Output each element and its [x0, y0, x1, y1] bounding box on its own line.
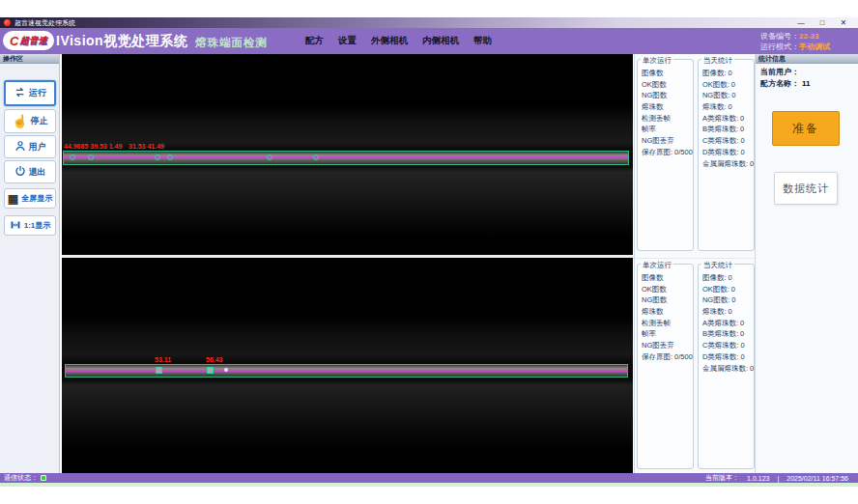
stat-row: NG图数:0	[702, 294, 754, 306]
user-icon	[14, 140, 26, 154]
exit-button-label: 退出	[29, 166, 46, 179]
run-mode-value: 手动调试	[799, 42, 830, 51]
brand-logo: C 超音速	[3, 31, 54, 50]
stat-row: NG图丢弃	[642, 135, 693, 147]
stat-row: 图像数	[642, 272, 693, 284]
stat-row: NG图丢弃	[642, 340, 693, 351]
window-titlebar: 超音速视觉处理系统 — □ ✕	[0, 17, 858, 28]
stat-row: 金属屑熔珠数:0	[702, 363, 754, 375]
detection-marker	[224, 368, 228, 372]
recipe-name-label: 配方名称：	[760, 79, 799, 88]
stat-row: 熔珠数	[642, 101, 693, 113]
fullscreen-button[interactable]: ▦ 全屏显示	[4, 188, 56, 209]
group-title: 当天统计	[701, 56, 734, 66]
stat-row: 保存原图:0/500	[642, 351, 693, 363]
one-to-one-button-label: 1:1显示	[24, 220, 51, 231]
brand-name: 超音速	[19, 35, 47, 47]
stat-row: C类熔珠数:0	[702, 340, 754, 351]
detection-marker	[267, 154, 272, 160]
detection-marker	[207, 367, 214, 374]
stat-row: 帧率	[642, 124, 693, 135]
version-value: 1.0.123	[747, 475, 769, 482]
stat-row: OK图数:0	[702, 79, 754, 91]
stat-row: A类熔珠数:0	[702, 113, 754, 125]
stop-hand-icon: ☝	[12, 115, 27, 127]
measurement-annotation: 31.53 41.49	[129, 143, 164, 150]
stat-row: 帧率	[642, 328, 693, 340]
info-panel-title: 统计信息	[756, 54, 858, 64]
detection-marker	[313, 154, 319, 160]
maximize-button[interactable]: □	[812, 17, 833, 28]
statistics-info-panel: 统计信息 当前用户： 配方名称：11 准备 数据统计	[755, 54, 858, 473]
stat-row: NG图数	[642, 90, 693, 101]
group-title: 当天统计	[701, 261, 734, 270]
datetime-value: 2025/02/11 16:57:56	[786, 475, 848, 482]
stop-button[interactable]: ☝ 停止	[4, 109, 56, 133]
stat-row: D类熔珠数:0	[702, 147, 754, 158]
stat-row: C类熔珠数:0	[702, 135, 754, 147]
detection-marker	[155, 154, 160, 160]
device-no-value: 22-33	[799, 32, 818, 41]
operation-panel-title: 操作区	[0, 54, 59, 64]
app-header: C 超音速 IVision视觉处理系统 熔珠端面检测 配方 设置 外侧相机 内侧…	[0, 28, 858, 54]
version-label: 当前版本：	[705, 473, 739, 483]
detection-marker	[156, 367, 162, 374]
comm-status-label: 通信状态：	[4, 473, 38, 483]
current-user-label: 当前用户：	[760, 68, 799, 76]
device-info: 设备编号：22-33 运行模式：手动调试	[760, 31, 830, 52]
outer-camera-view: 44.9685 39.53 1.49 31.53 41.49	[62, 54, 633, 255]
group-title: 单次运行	[641, 56, 673, 66]
detection-marker	[70, 154, 75, 160]
close-button[interactable]: ✕	[833, 17, 854, 28]
stat-row: 熔珠数	[642, 306, 693, 318]
camera-display-area: 44.9685 39.53 1.49 31.53 41.49 53.11 56.…	[62, 54, 633, 473]
main-menu: 配方 设置 外侧相机 内侧相机 帮助	[305, 28, 492, 54]
exit-button[interactable]: 退出	[4, 160, 56, 183]
menu-item-settings[interactable]: 设置	[338, 35, 357, 47]
menu-item-help[interactable]: 帮助	[473, 35, 492, 47]
stat-row: NG图数	[642, 294, 693, 306]
fullscreen-button-label: 全屏显示	[21, 193, 52, 204]
stat-row: 图像数	[642, 68, 693, 79]
stat-row: NG图数:0	[702, 90, 754, 101]
stat-row: 保存原图:0/500	[642, 147, 693, 158]
recipe-name-value: 11	[802, 79, 810, 88]
run-button[interactable]: 运行	[4, 80, 56, 106]
stat-row: 图像数:0	[702, 68, 754, 79]
app-logo-icon	[4, 19, 11, 26]
stat-row: 图像数:0	[702, 272, 754, 284]
stat-row: 检测丢帧	[642, 113, 693, 125]
brand-c-icon: C	[10, 35, 18, 47]
prepare-button[interactable]: 准备	[772, 111, 840, 146]
detection-marker	[88, 154, 94, 160]
window-title: 超音速视觉处理系统	[14, 18, 75, 28]
fullscreen-grid-icon: ▦	[8, 193, 18, 205]
data-statistics-button[interactable]: 数据统计	[774, 172, 838, 205]
menu-item-recipe[interactable]: 配方	[305, 35, 324, 47]
detection-marker	[167, 154, 173, 160]
stat-row: OK图数	[642, 284, 693, 295]
comm-status: 通信状态：	[4, 473, 46, 483]
single-run-group: 单次运行 图像数 OK图数 NG图数 熔珠数 检测丢帧 帧率 NG图丢弃 保存原…	[637, 59, 694, 251]
user-button[interactable]: 用户	[4, 135, 56, 158]
weld-strip-image	[65, 364, 628, 378]
one-to-one-button[interactable]: 1:1显示	[4, 215, 56, 236]
comm-ok-indicator-icon	[41, 475, 46, 481]
stat-row: 金属屑熔珠数:0	[702, 158, 754, 170]
minimize-button[interactable]: —	[790, 17, 812, 28]
stat-row: OK图数:0	[702, 284, 754, 295]
measurement-annotation: 56.43	[206, 356, 223, 363]
stat-row: B类熔珠数:0	[702, 124, 754, 135]
menu-item-outer-camera[interactable]: 外侧相机	[371, 35, 408, 47]
stat-row: 熔珠数:0	[702, 101, 754, 113]
station-subtitle: 熔珠端面检测	[195, 36, 268, 50]
user-button-label: 用户	[29, 141, 46, 154]
device-no-label: 设备编号：	[760, 32, 799, 41]
measurement-annotation: 44.9685 39.53 1.49	[64, 143, 122, 150]
stat-row: OK图数	[642, 79, 693, 91]
status-bar: 通信状态： 当前版本： 1.0.123 | 2025/02/11 16:57:5…	[0, 473, 858, 483]
stat-row: 熔珠数:0	[702, 306, 754, 318]
stats-section-top: 单次运行 图像数 OK图数 NG图数 熔珠数 检测丢帧 帧率 NG图丢弃 保存原…	[635, 54, 755, 255]
stat-row: B类熔珠数:0	[702, 328, 754, 340]
menu-item-inner-camera[interactable]: 内侧相机	[422, 35, 459, 47]
